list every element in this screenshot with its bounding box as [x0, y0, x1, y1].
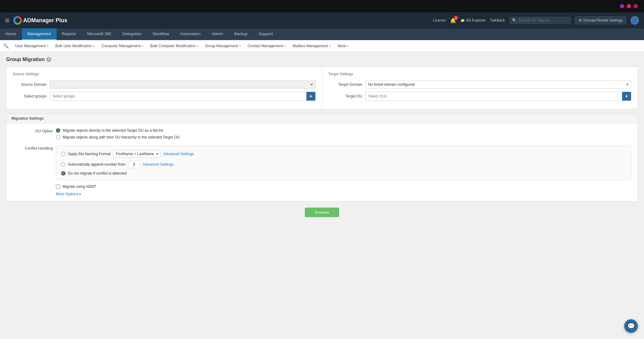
page-title: Group Migration ? — [6, 57, 638, 62]
ad-explorer-link[interactable]: 📁 AD Explorer — [461, 18, 486, 23]
sub-nav-search-icon[interactable]: 🔍 — [3, 43, 9, 49]
chevron-down-icon: ▾ — [347, 44, 349, 48]
conflict-naming-radio[interactable] — [61, 152, 65, 156]
select-groups-add-button[interactable]: + — [306, 92, 315, 101]
ou-option-hierarchy: Migrate objects along with their OU hier… — [56, 135, 631, 139]
nav-item-delegation[interactable]: Delegation — [117, 28, 147, 40]
nav-item-automation[interactable]: Automation — [175, 28, 206, 40]
target-domain-label: Target Domain — [328, 82, 362, 87]
nav-item-workflow[interactable]: Workflow — [147, 28, 175, 40]
chevron-down-icon: ▾ — [329, 44, 331, 48]
select-groups-row: Select groups + — [13, 92, 316, 101]
ou-option-row: OU Option Migrate objects directly to th… — [13, 128, 631, 142]
source-domain-label: Source Domain — [13, 82, 47, 87]
nav-bar: Home Management Reports Microsoft 365 De… — [0, 28, 644, 40]
migration-settings-title: Migration Settings — [6, 114, 638, 123]
ou-option-flat: Migrate objects directly to the selected… — [56, 128, 631, 133]
source-domain-row: Source Domain — [13, 81, 316, 89]
target-ou-input: + — [365, 92, 631, 101]
search-box[interactable]: 🔍 — [509, 17, 571, 24]
preview-button[interactable]: Preview — [305, 208, 339, 217]
settings-row: Source Settings Source Domain Select gro… — [6, 67, 638, 109]
target-ou-text[interactable] — [366, 93, 622, 100]
nav-item-management[interactable]: Management — [22, 28, 57, 40]
conflict-no-migrate-radio[interactable] — [61, 171, 65, 176]
sub-nav: 🔍 User Management ▾ Bulk User Modificati… — [0, 40, 644, 52]
top-dot-pink — [627, 4, 631, 8]
grid-icon[interactable]: ⊞ — [5, 17, 10, 24]
ou-option-hierarchy-radio[interactable] — [56, 135, 60, 139]
subnav-contact-management[interactable]: Contact Management ▾ — [245, 40, 289, 52]
naming-advanced-link[interactable]: Advanced Settings — [163, 152, 194, 156]
subnav-computer-management[interactable]: Computer Management ▾ — [99, 40, 146, 52]
help-icon[interactable]: ? — [46, 57, 51, 62]
conflict-no-migrate-label: Do not migrate if conflict is detected — [68, 171, 127, 176]
avatar[interactable]: 👤 — [630, 16, 639, 25]
notification-badge[interactable]: 🔔 1 — [450, 18, 456, 23]
logo: ADManager Plus — [13, 16, 67, 25]
chevron-down-icon: ▾ — [197, 44, 198, 48]
nav-item-home[interactable]: Home — [0, 28, 22, 40]
source-settings-panel: Source Settings Source Domain Select gro… — [6, 67, 322, 109]
conflict-handling-row: Conflict Handling Apply this Naming Form… — [13, 146, 631, 180]
ou-option-hierarchy-label: Migrate objects along with their OU hier… — [63, 135, 180, 139]
source-settings-title: Source Settings — [13, 72, 316, 76]
subnav-bulk-user-modification[interactable]: Bulk User Modification ▾ — [52, 40, 98, 52]
target-ou-row: Target OU + — [328, 92, 631, 101]
target-settings-panel: Target Settings Target Domain No forest … — [322, 67, 638, 109]
chevron-right-icon: ▸ — [79, 192, 81, 196]
gear-icon: ⚙ — [579, 18, 582, 23]
chevron-down-icon: ▾ — [47, 44, 48, 48]
ou-option-flat-label: Migrate objects directly to the selected… — [63, 128, 163, 133]
license-link[interactable]: License — [433, 18, 446, 23]
page-content: Group Migration ? Source Settings Source… — [0, 52, 644, 228]
more-options-link[interactable]: More Options ▸ — [56, 192, 631, 196]
chevron-down-icon: ▾ — [239, 44, 241, 48]
subnav-more[interactable]: More ▾ — [335, 40, 352, 52]
append-number-input[interactable] — [128, 161, 140, 168]
search-input[interactable] — [519, 18, 568, 23]
conflict-handling-label: Conflict Handling — [13, 146, 53, 151]
conflict-append-number: Automatically append number from Advance… — [61, 161, 626, 168]
conflict-naming-format: Apply this Naming Format FirstName + Las… — [61, 150, 626, 158]
target-domain-select[interactable]: No forest domain configured — [365, 81, 631, 89]
top-dot-purple — [620, 4, 624, 8]
migrate-admt-label: Migrate using ADMT — [63, 184, 96, 189]
append-advanced-link[interactable]: Advanced Settings — [143, 162, 174, 167]
target-domain-input: No forest domain configured — [365, 81, 631, 89]
migrate-admt-row: Migrate using ADMT — [56, 184, 631, 189]
migration-body: OU Option Migrate objects directly to th… — [6, 123, 638, 201]
source-domain-select[interactable] — [50, 81, 316, 89]
subnav-bulk-computer-modification[interactable]: Bulk Computer Modification ▾ — [147, 40, 201, 52]
nav-item-admin[interactable]: Admin — [206, 28, 229, 40]
select-groups-text[interactable] — [50, 93, 306, 100]
ou-option-content: Migrate objects directly to the selected… — [56, 128, 631, 142]
target-ou-add-button[interactable]: + — [622, 92, 631, 101]
app-name: ADManager Plus — [23, 17, 67, 24]
conflict-box: Apply this Naming Format FirstName + Las… — [56, 146, 631, 180]
select-groups-field: + — [50, 92, 316, 101]
ou-option-label: OU Option — [13, 128, 53, 133]
conflict-naming-label: Apply this Naming Format — [68, 152, 111, 156]
nav-item-support[interactable]: Support — [253, 28, 279, 40]
ou-option-flat-radio[interactable] — [56, 128, 60, 133]
nav-item-microsoft365[interactable]: Microsoft 365 — [82, 28, 117, 40]
target-ou-label: Target OU — [328, 94, 362, 98]
nav-item-backup[interactable]: Backup — [229, 28, 253, 40]
logo-circle — [13, 16, 22, 25]
domain-settings-button[interactable]: ⚙ Domain/Tenant Settings — [575, 16, 626, 24]
conflict-append-radio[interactable] — [61, 162, 65, 167]
target-domain-row: Target Domain No forest domain configure… — [328, 81, 631, 89]
conflict-content: Apply this Naming Format FirstName + Las… — [56, 146, 631, 180]
source-domain-input — [50, 81, 316, 89]
select-groups-label: Select groups — [13, 94, 47, 98]
talkback-link[interactable]: TalkBack — [490, 18, 505, 23]
subnav-mailbox-management[interactable]: Mailbox Management ▾ — [289, 40, 334, 52]
subnav-group-management[interactable]: Group Management ▾ — [202, 40, 244, 52]
notification-count: 1 — [454, 16, 458, 20]
migrate-admt-checkbox[interactable] — [56, 184, 60, 189]
nav-item-reports[interactable]: Reports — [57, 28, 82, 40]
top-bar: ⊞ ADManager Plus License 🔔 1 📁 AD Explor… — [0, 12, 644, 28]
naming-format-select[interactable]: FirstName + LastName — [113, 150, 161, 158]
subnav-user-management[interactable]: User Management ▾ — [12, 40, 52, 52]
